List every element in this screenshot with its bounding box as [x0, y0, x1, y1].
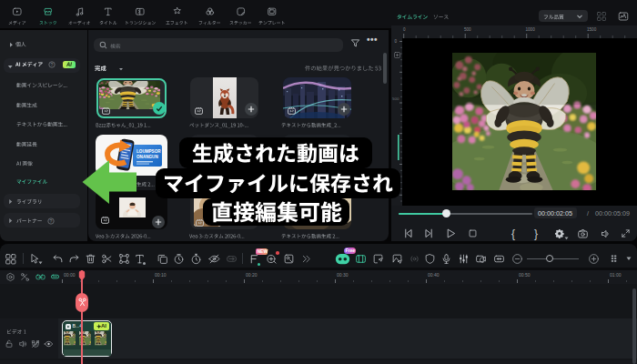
svg-text:?: ? [51, 62, 54, 67]
svg-text:LOUMPSOR: LOUMPSOR [136, 149, 161, 154]
svg-text:ONANGUN: ONANGUN [136, 155, 158, 159]
svg-text:?: ? [50, 218, 53, 224]
